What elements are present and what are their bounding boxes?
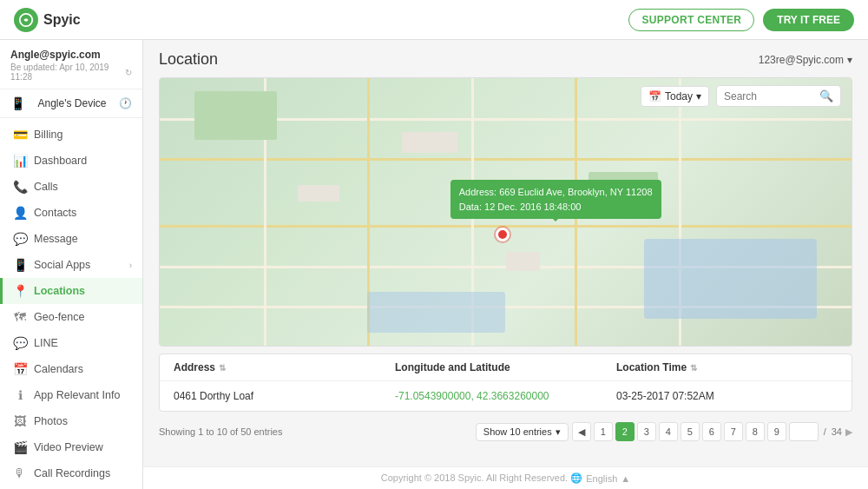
language-selector[interactable]: 🌐 English ▲ [570, 472, 630, 484]
map-tooltip: Address: 669 Euclid Ave, Brooklyn, NY 11… [450, 180, 661, 219]
prev-page-button[interactable]: ◀ [572, 422, 591, 441]
sidebar-item-app-relevant[interactable]: ℹ App Relevant Info [0, 382, 142, 408]
main-content: Location 123re@Spyic.com ▾ [143, 40, 868, 489]
date-label: Today [665, 90, 693, 102]
page-button-9[interactable]: 9 [767, 422, 786, 441]
map-container: 📅 Today ▾ 🔍 Address: 669 Euclid Ave, Bro… [159, 77, 852, 347]
sidebar-item-video-preview[interactable]: 🎬 Video Preview [0, 434, 142, 460]
col-time: Location Time ⇅ [616, 361, 838, 373]
sidebar-item-dashboard[interactable]: 📊 Dashboard [0, 148, 142, 174]
device-icon: 📱 [10, 96, 25, 110]
page-button-1[interactable]: 1 [594, 422, 613, 441]
cell-time: 03-25-2017 07:52AM [616, 390, 838, 402]
sidebar-device[interactable]: 📱 Angle's Device 🕐 [0, 89, 142, 118]
page-total: 34 [832, 426, 842, 437]
nav-label-dashboard: Dashboard [34, 155, 87, 167]
nav-icon-calendars: 📅 [13, 362, 27, 376]
nav-icon-contacts: 👤 [13, 206, 27, 220]
arrow-icon: › [129, 261, 132, 270]
page-button-6[interactable]: 6 [702, 422, 721, 441]
nav-icon-call-recordings: 🎙 [13, 466, 27, 480]
nav-label-photos: Photos [34, 415, 68, 427]
content-header: Location 123re@Spyic.com ▾ [143, 40, 868, 77]
col-address: Address ⇅ [174, 361, 395, 373]
col-address-label: Address [174, 361, 215, 373]
sidebar-item-calls[interactable]: 📞 Calls [0, 174, 142, 200]
table-header: Address ⇅ Longitude and Latitude Locatio… [160, 354, 852, 381]
sidebar-item-geo-fence[interactable]: 🗺 Geo-fence [0, 304, 142, 330]
date-select[interactable]: 📅 Today ▾ [641, 86, 709, 107]
language-label: English [586, 473, 617, 484]
map-search-input[interactable] [724, 90, 819, 102]
app-logo[interactable]: Spyic [14, 8, 81, 32]
page-button-8[interactable]: 8 [746, 422, 765, 441]
user-info[interactable]: 123re@Spyic.com ▾ [759, 54, 852, 66]
cell-coordinates: -71.0543900000, 42.3663260000 [395, 390, 616, 402]
try-free-button[interactable]: TRY IT FREE [763, 9, 854, 31]
location-table: Address ⇅ Longitude and Latitude Locatio… [159, 354, 852, 412]
page-button-2[interactable]: 2 [615, 422, 635, 441]
col-coordinates: Longitude and Latitude [395, 361, 616, 373]
sidebar-item-call-recordings[interactable]: 🎙 Call Recordings [0, 460, 142, 486]
nav-label-calls: Calls [34, 181, 58, 193]
calendar-icon: 📅 [648, 90, 661, 102]
sort-icon[interactable]: ⇅ [219, 363, 226, 373]
sidebar-item-social-apps[interactable]: 📱 Social Apps › [0, 252, 142, 278]
header-actions: SUPPORT CENTER TRY IT FREE [628, 9, 854, 31]
support-center-button[interactable]: SUPPORT CENTER [628, 9, 754, 31]
nav-label-locations: Locations [34, 285, 85, 297]
page-button-7[interactable]: 7 [724, 422, 743, 441]
nav-label-calendars: Calendars [34, 363, 83, 375]
device-name: Angle's Device [38, 97, 107, 109]
sort-time-icon[interactable]: ⇅ [690, 363, 697, 373]
nav-icon-dashboard: 📊 [13, 154, 27, 168]
sidebar-item-message[interactable]: 💬 Message [0, 226, 142, 252]
nav-icon-billing: 💳 [13, 128, 27, 142]
sidebar-nav: 💳 Billing 📊 Dashboard 📞 Calls 👤 Contacts… [0, 118, 142, 489]
chevron-down-icon: ▾ [556, 426, 561, 438]
search-icon[interactable]: 🔍 [819, 89, 833, 102]
sidebar-item-locations[interactable]: 📍 Locations [0, 278, 142, 304]
footer-section: Showing 1 to 10 of 50 entries Show 10 en… [159, 417, 852, 446]
page-input[interactable] [789, 422, 819, 441]
sidebar-item-contacts[interactable]: 👤 Contacts [0, 200, 142, 226]
pagination: Show 10 entries ▾ ◀123456789 / 34 ▶ [476, 422, 852, 441]
sidebar-account: Angle@spyic.com Be updated: Apr 10, 2019… [0, 40, 142, 89]
refresh-icon[interactable]: ↻ [125, 68, 132, 77]
nav-icon-photos: 🖼 [13, 414, 27, 428]
map-search-box: 🔍 [716, 85, 841, 107]
app-body: Angle@spyic.com Be updated: Apr 10, 2019… [0, 40, 868, 489]
sidebar-item-billing[interactable]: 💳 Billing [0, 122, 142, 148]
next-page-icon[interactable]: ▶ [845, 426, 852, 438]
nav-icon-line: 💬 [13, 336, 27, 350]
map-controls: 📅 Today ▾ 🔍 [641, 85, 841, 107]
showing-text: Showing 1 to 10 of 50 entries [159, 426, 282, 437]
nav-label-geo-fence: Geo-fence [34, 311, 84, 323]
nav-label-message: Message [34, 233, 78, 245]
nav-icon-social-apps: 📱 [13, 258, 27, 272]
entries-select[interactable]: Show 10 entries ▾ [476, 423, 569, 441]
cell-address: 0461 Dorthy Loaf [174, 390, 395, 402]
copyright-text: Copyright © 2018 Spyic. All Right Reserv… [381, 472, 568, 483]
nav-label-billing: Billing [34, 129, 62, 141]
app-header: Spyic SUPPORT CENTER TRY IT FREE [0, 0, 868, 40]
page-button-4[interactable]: 4 [659, 422, 678, 441]
sidebar-item-line[interactable]: 💬 LINE [0, 330, 142, 356]
tooltip-address: Address: 669 Euclid Ave, Brooklyn, NY 11… [459, 185, 653, 200]
col-coordinates-label: Longitude and Latitude [395, 361, 510, 373]
app-footer: Copyright © 2018 Spyic. All Right Reserv… [143, 466, 868, 489]
sidebar-item-photos[interactable]: 🖼 Photos [0, 408, 142, 434]
nav-icon-message: 💬 [13, 232, 27, 246]
nav-icon-geo-fence: 🗺 [13, 310, 27, 324]
page-button-5[interactable]: 5 [681, 422, 700, 441]
nav-label-video-preview: Video Preview [34, 441, 103, 453]
page-button-3[interactable]: 3 [637, 422, 656, 441]
user-email: 123re@Spyic.com [759, 54, 844, 66]
nav-icon-app-relevant: ℹ [13, 388, 27, 402]
col-time-label: Location Time [616, 361, 687, 373]
chevron-down-icon: ▾ [847, 54, 852, 66]
page-separator: / [824, 426, 826, 437]
sidebar-item-calendars[interactable]: 📅 Calendars [0, 356, 142, 382]
device-clock-icon: 🕐 [119, 97, 132, 109]
logo-icon [14, 8, 38, 32]
